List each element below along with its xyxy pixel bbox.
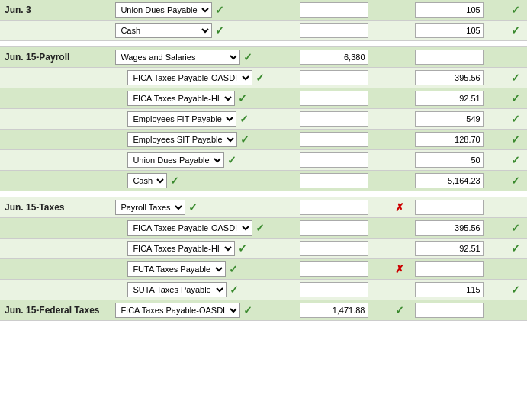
account-select[interactable]: FICA Taxes Payable-OASDI	[115, 303, 240, 318]
debit-input[interactable]	[300, 50, 368, 65]
account-select[interactable]: SUTA Taxes Payable	[127, 282, 227, 297]
debit-cell[interactable]	[297, 88, 389, 109]
credit-input[interactable]	[415, 200, 484, 215]
debit-cell[interactable]	[297, 171, 389, 191]
debit-cell[interactable]	[297, 218, 389, 239]
account-cell[interactable]: Cash✓	[112, 171, 296, 191]
account-select[interactable]: Wages and SalariesFICA Taxes Payable-OAS…	[115, 50, 240, 65]
account-cell[interactable]: FICA Taxes Payable-OASDI✓	[112, 218, 296, 239]
account-select[interactable]: Payroll Taxes	[115, 200, 185, 215]
left-check-icon[interactable]: ✓	[230, 284, 239, 296]
credit-check-icon[interactable]: ✓	[511, 133, 520, 146]
debit-input[interactable]	[300, 261, 368, 277]
credit-cell[interactable]	[412, 280, 504, 300]
debit-cell[interactable]	[297, 150, 389, 171]
debit-input[interactable]	[300, 282, 368, 297]
credit-input[interactable]	[415, 173, 484, 188]
credit-check-icon[interactable]: ✓	[511, 92, 520, 104]
credit-check-icon[interactable]: ✓	[511, 242, 520, 255]
credit-check-icon[interactable]: ✓	[511, 72, 520, 84]
debit-input[interactable]	[300, 173, 368, 188]
left-check-icon[interactable]: ✓	[240, 133, 249, 146]
right-check-cell[interactable]: ✓	[388, 300, 412, 321]
left-check-icon[interactable]: ✓	[243, 51, 252, 63]
left-check-icon[interactable]: ✓	[239, 113, 249, 125]
debit-cell[interactable]	[297, 0, 389, 21]
account-select[interactable]: Employees FIT Payable	[127, 111, 236, 127]
debit-cell[interactable]	[297, 197, 389, 218]
credit-input[interactable]	[415, 261, 484, 277]
right-check-icon[interactable]: ✗	[395, 263, 404, 275]
debit-cell[interactable]	[297, 239, 389, 259]
debit-cell[interactable]	[297, 109, 389, 130]
account-cell[interactable]: Employees SIT Payable✓	[112, 130, 296, 150]
credit-cell[interactable]	[412, 68, 504, 88]
credit-check-icon[interactable]: ✓	[511, 113, 520, 125]
credit-cell[interactable]	[412, 109, 504, 130]
right-check-icon[interactable]: ✓	[395, 304, 404, 316]
account-cell[interactable]: Payroll Taxes✓	[112, 197, 296, 218]
account-cell[interactable]: FICA Taxes Payable-OASDI✓	[112, 68, 296, 88]
account-select[interactable]: FICA Taxes Payable-OASDI	[127, 220, 252, 236]
account-cell[interactable]: CashUnion Dues Payable✓	[112, 21, 296, 41]
debit-input[interactable]	[300, 132, 368, 147]
debit-cell[interactable]	[297, 259, 389, 280]
debit-cell[interactable]	[297, 47, 389, 68]
credit-cell[interactable]	[412, 197, 504, 218]
account-select[interactable]: Union Dues Payable	[127, 152, 224, 168]
credit-input[interactable]	[415, 303, 484, 318]
debit-input[interactable]	[300, 91, 368, 106]
account-cell[interactable]: Wages and SalariesFICA Taxes Payable-OAS…	[112, 47, 296, 68]
credit-input[interactable]	[415, 50, 484, 65]
account-select[interactable]: FICA Taxes Payable-HI	[127, 241, 235, 256]
left-check-icon[interactable]: ✓	[188, 201, 198, 213]
credit-cell[interactable]	[412, 21, 504, 41]
credit-check-icon[interactable]: ✓	[511, 4, 520, 16]
account-cell[interactable]: FICA Taxes Payable-HI✓	[112, 88, 296, 109]
credit-check-icon[interactable]: ✓	[511, 154, 520, 166]
account-select[interactable]: FICA Taxes Payable-OASDI	[127, 70, 252, 85]
credit-cell[interactable]	[412, 171, 504, 191]
account-cell[interactable]: Union Dues Payable✓	[112, 150, 296, 171]
right-check-cell[interactable]: ✗	[388, 197, 412, 218]
account-select[interactable]: Employees SIT Payable	[127, 132, 237, 147]
left-check-icon[interactable]: ✓	[229, 263, 238, 275]
credit-check-icon[interactable]: ✓	[511, 222, 520, 234]
left-check-icon[interactable]: ✓	[170, 175, 179, 187]
account-cell[interactable]: Union Dues PayableCashWages and Salaries…	[112, 0, 296, 21]
left-check-icon[interactable]: ✓	[255, 72, 265, 84]
credit-cell[interactable]	[412, 300, 504, 321]
debit-input[interactable]	[300, 303, 368, 318]
credit-cell[interactable]	[412, 130, 504, 150]
credit-input[interactable]	[415, 70, 484, 85]
credit-cell[interactable]	[412, 150, 504, 171]
account-cell[interactable]: SUTA Taxes Payable✓	[112, 280, 296, 300]
debit-cell[interactable]	[297, 68, 389, 88]
debit-input[interactable]	[300, 220, 368, 236]
left-check-icon[interactable]: ✓	[238, 242, 247, 255]
account-cell[interactable]: FICA Taxes Payable-OASDI✓	[112, 300, 296, 321]
account-select[interactable]: CashUnion Dues Payable	[115, 23, 212, 38]
credit-input[interactable]	[415, 220, 484, 236]
debit-input[interactable]	[300, 152, 368, 168]
account-cell[interactable]: Employees FIT Payable✓	[112, 109, 296, 130]
left-check-icon[interactable]: ✓	[215, 24, 224, 37]
credit-input[interactable]	[415, 132, 484, 147]
credit-cell[interactable]	[412, 259, 504, 280]
account-select[interactable]: FICA Taxes Payable-HI	[127, 91, 235, 106]
account-select[interactable]: Cash	[127, 173, 167, 188]
credit-input[interactable]	[415, 241, 484, 256]
credit-cell[interactable]	[412, 88, 504, 109]
credit-check-icon[interactable]: ✓	[511, 175, 520, 187]
account-cell[interactable]: FUTA Taxes Payable✓	[112, 259, 296, 280]
credit-input[interactable]	[415, 282, 484, 297]
credit-check-icon[interactable]: ✓	[511, 284, 520, 296]
account-select[interactable]: Union Dues PayableCashWages and Salaries	[115, 2, 212, 18]
credit-input[interactable]	[415, 2, 484, 18]
left-check-icon[interactable]: ✓	[243, 304, 252, 316]
debit-input[interactable]	[300, 2, 368, 18]
right-check-cell[interactable]: ✗	[388, 259, 412, 280]
account-cell[interactable]: FICA Taxes Payable-HI✓	[112, 239, 296, 259]
right-check-icon[interactable]: ✗	[395, 201, 404, 213]
credit-cell[interactable]	[412, 218, 504, 239]
